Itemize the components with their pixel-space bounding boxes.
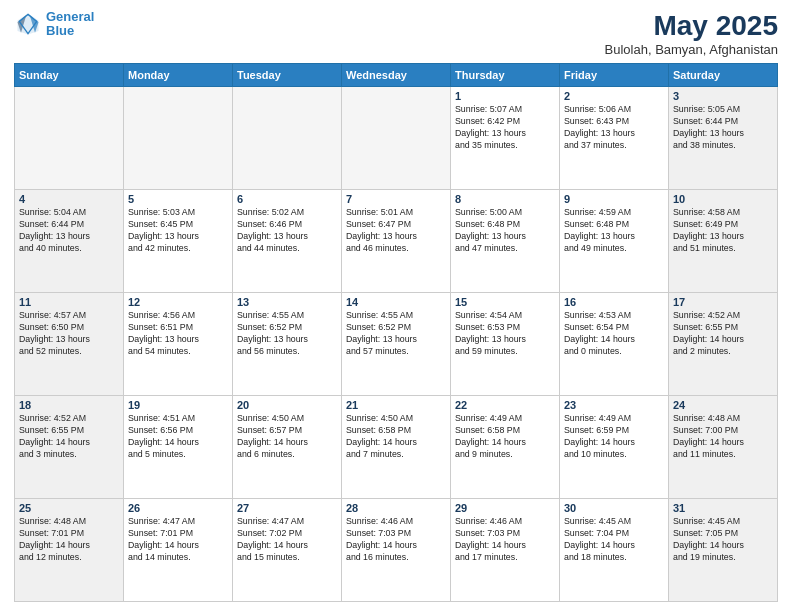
calendar-cell: 31Sunrise: 4:45 AM Sunset: 7:05 PM Dayli… bbox=[669, 499, 778, 602]
calendar-cell: 17Sunrise: 4:52 AM Sunset: 6:55 PM Dayli… bbox=[669, 293, 778, 396]
day-info: Sunrise: 5:07 AM Sunset: 6:42 PM Dayligh… bbox=[455, 104, 555, 152]
logo-text: General Blue bbox=[46, 10, 94, 39]
day-info: Sunrise: 5:06 AM Sunset: 6:43 PM Dayligh… bbox=[564, 104, 664, 152]
day-info: Sunrise: 4:49 AM Sunset: 6:58 PM Dayligh… bbox=[455, 413, 555, 461]
col-friday: Friday bbox=[560, 64, 669, 87]
calendar-cell bbox=[342, 87, 451, 190]
day-info: Sunrise: 4:47 AM Sunset: 7:02 PM Dayligh… bbox=[237, 516, 337, 564]
calendar-cell: 16Sunrise: 4:53 AM Sunset: 6:54 PM Dayli… bbox=[560, 293, 669, 396]
calendar-cell: 4Sunrise: 5:04 AM Sunset: 6:44 PM Daylig… bbox=[15, 190, 124, 293]
day-info: Sunrise: 4:50 AM Sunset: 6:58 PM Dayligh… bbox=[346, 413, 446, 461]
header-row: Sunday Monday Tuesday Wednesday Thursday… bbox=[15, 64, 778, 87]
day-info: Sunrise: 5:03 AM Sunset: 6:45 PM Dayligh… bbox=[128, 207, 228, 255]
day-info: Sunrise: 4:53 AM Sunset: 6:54 PM Dayligh… bbox=[564, 310, 664, 358]
day-number: 26 bbox=[128, 502, 228, 514]
day-number: 13 bbox=[237, 296, 337, 308]
day-number: 11 bbox=[19, 296, 119, 308]
day-info: Sunrise: 4:49 AM Sunset: 6:59 PM Dayligh… bbox=[564, 413, 664, 461]
logo-line1: General bbox=[46, 10, 94, 24]
calendar-cell bbox=[124, 87, 233, 190]
calendar-cell: 30Sunrise: 4:45 AM Sunset: 7:04 PM Dayli… bbox=[560, 499, 669, 602]
calendar-cell: 22Sunrise: 4:49 AM Sunset: 6:58 PM Dayli… bbox=[451, 396, 560, 499]
day-info: Sunrise: 4:57 AM Sunset: 6:50 PM Dayligh… bbox=[19, 310, 119, 358]
week-row-4: 18Sunrise: 4:52 AM Sunset: 6:55 PM Dayli… bbox=[15, 396, 778, 499]
week-row-2: 4Sunrise: 5:04 AM Sunset: 6:44 PM Daylig… bbox=[15, 190, 778, 293]
calendar-cell: 27Sunrise: 4:47 AM Sunset: 7:02 PM Dayli… bbox=[233, 499, 342, 602]
day-number: 23 bbox=[564, 399, 664, 411]
calendar-cell bbox=[233, 87, 342, 190]
day-info: Sunrise: 4:48 AM Sunset: 7:00 PM Dayligh… bbox=[673, 413, 773, 461]
day-number: 9 bbox=[564, 193, 664, 205]
calendar-cell: 6Sunrise: 5:02 AM Sunset: 6:46 PM Daylig… bbox=[233, 190, 342, 293]
week-row-5: 25Sunrise: 4:48 AM Sunset: 7:01 PM Dayli… bbox=[15, 499, 778, 602]
week-row-1: 1Sunrise: 5:07 AM Sunset: 6:42 PM Daylig… bbox=[15, 87, 778, 190]
month-title: May 2025 bbox=[605, 10, 778, 42]
day-info: Sunrise: 5:05 AM Sunset: 6:44 PM Dayligh… bbox=[673, 104, 773, 152]
calendar-cell: 1Sunrise: 5:07 AM Sunset: 6:42 PM Daylig… bbox=[451, 87, 560, 190]
header: General Blue May 2025 Bulolah, Bamyan, A… bbox=[14, 10, 778, 57]
calendar-cell: 11Sunrise: 4:57 AM Sunset: 6:50 PM Dayli… bbox=[15, 293, 124, 396]
calendar-cell: 5Sunrise: 5:03 AM Sunset: 6:45 PM Daylig… bbox=[124, 190, 233, 293]
calendar-cell: 20Sunrise: 4:50 AM Sunset: 6:57 PM Dayli… bbox=[233, 396, 342, 499]
day-number: 7 bbox=[346, 193, 446, 205]
day-number: 27 bbox=[237, 502, 337, 514]
day-number: 6 bbox=[237, 193, 337, 205]
day-number: 1 bbox=[455, 90, 555, 102]
calendar-cell: 10Sunrise: 4:58 AM Sunset: 6:49 PM Dayli… bbox=[669, 190, 778, 293]
day-number: 20 bbox=[237, 399, 337, 411]
day-info: Sunrise: 4:46 AM Sunset: 7:03 PM Dayligh… bbox=[455, 516, 555, 564]
calendar-cell: 25Sunrise: 4:48 AM Sunset: 7:01 PM Dayli… bbox=[15, 499, 124, 602]
logo-line2: Blue bbox=[46, 24, 94, 38]
day-number: 17 bbox=[673, 296, 773, 308]
calendar-cell: 26Sunrise: 4:47 AM Sunset: 7:01 PM Dayli… bbox=[124, 499, 233, 602]
calendar-cell: 18Sunrise: 4:52 AM Sunset: 6:55 PM Dayli… bbox=[15, 396, 124, 499]
calendar-cell: 19Sunrise: 4:51 AM Sunset: 6:56 PM Dayli… bbox=[124, 396, 233, 499]
day-number: 21 bbox=[346, 399, 446, 411]
calendar-table: Sunday Monday Tuesday Wednesday Thursday… bbox=[14, 63, 778, 602]
calendar-cell: 14Sunrise: 4:55 AM Sunset: 6:52 PM Dayli… bbox=[342, 293, 451, 396]
day-number: 31 bbox=[673, 502, 773, 514]
day-number: 24 bbox=[673, 399, 773, 411]
calendar-cell: 23Sunrise: 4:49 AM Sunset: 6:59 PM Dayli… bbox=[560, 396, 669, 499]
day-info: Sunrise: 5:04 AM Sunset: 6:44 PM Dayligh… bbox=[19, 207, 119, 255]
logo-icon bbox=[14, 10, 42, 38]
calendar-cell: 9Sunrise: 4:59 AM Sunset: 6:48 PM Daylig… bbox=[560, 190, 669, 293]
day-info: Sunrise: 4:54 AM Sunset: 6:53 PM Dayligh… bbox=[455, 310, 555, 358]
day-number: 30 bbox=[564, 502, 664, 514]
calendar-cell: 8Sunrise: 5:00 AM Sunset: 6:48 PM Daylig… bbox=[451, 190, 560, 293]
day-info: Sunrise: 4:51 AM Sunset: 6:56 PM Dayligh… bbox=[128, 413, 228, 461]
col-monday: Monday bbox=[124, 64, 233, 87]
calendar-cell: 15Sunrise: 4:54 AM Sunset: 6:53 PM Dayli… bbox=[451, 293, 560, 396]
day-info: Sunrise: 4:59 AM Sunset: 6:48 PM Dayligh… bbox=[564, 207, 664, 255]
day-number: 8 bbox=[455, 193, 555, 205]
day-number: 10 bbox=[673, 193, 773, 205]
logo: General Blue bbox=[14, 10, 94, 39]
day-info: Sunrise: 4:45 AM Sunset: 7:04 PM Dayligh… bbox=[564, 516, 664, 564]
calendar-cell: 28Sunrise: 4:46 AM Sunset: 7:03 PM Dayli… bbox=[342, 499, 451, 602]
day-number: 14 bbox=[346, 296, 446, 308]
day-info: Sunrise: 4:55 AM Sunset: 6:52 PM Dayligh… bbox=[346, 310, 446, 358]
day-info: Sunrise: 4:52 AM Sunset: 6:55 PM Dayligh… bbox=[19, 413, 119, 461]
col-saturday: Saturday bbox=[669, 64, 778, 87]
calendar-cell: 7Sunrise: 5:01 AM Sunset: 6:47 PM Daylig… bbox=[342, 190, 451, 293]
day-number: 12 bbox=[128, 296, 228, 308]
day-info: Sunrise: 5:02 AM Sunset: 6:46 PM Dayligh… bbox=[237, 207, 337, 255]
week-row-3: 11Sunrise: 4:57 AM Sunset: 6:50 PM Dayli… bbox=[15, 293, 778, 396]
day-info: Sunrise: 4:52 AM Sunset: 6:55 PM Dayligh… bbox=[673, 310, 773, 358]
calendar-cell: 3Sunrise: 5:05 AM Sunset: 6:44 PM Daylig… bbox=[669, 87, 778, 190]
day-number: 3 bbox=[673, 90, 773, 102]
calendar-cell: 24Sunrise: 4:48 AM Sunset: 7:00 PM Dayli… bbox=[669, 396, 778, 499]
day-info: Sunrise: 4:46 AM Sunset: 7:03 PM Dayligh… bbox=[346, 516, 446, 564]
day-number: 28 bbox=[346, 502, 446, 514]
col-tuesday: Tuesday bbox=[233, 64, 342, 87]
day-number: 2 bbox=[564, 90, 664, 102]
calendar-cell: 12Sunrise: 4:56 AM Sunset: 6:51 PM Dayli… bbox=[124, 293, 233, 396]
page: General Blue May 2025 Bulolah, Bamyan, A… bbox=[0, 0, 792, 612]
day-info: Sunrise: 4:56 AM Sunset: 6:51 PM Dayligh… bbox=[128, 310, 228, 358]
day-number: 5 bbox=[128, 193, 228, 205]
day-info: Sunrise: 5:01 AM Sunset: 6:47 PM Dayligh… bbox=[346, 207, 446, 255]
calendar-cell: 2Sunrise: 5:06 AM Sunset: 6:43 PM Daylig… bbox=[560, 87, 669, 190]
day-info: Sunrise: 4:50 AM Sunset: 6:57 PM Dayligh… bbox=[237, 413, 337, 461]
day-number: 29 bbox=[455, 502, 555, 514]
day-number: 18 bbox=[19, 399, 119, 411]
